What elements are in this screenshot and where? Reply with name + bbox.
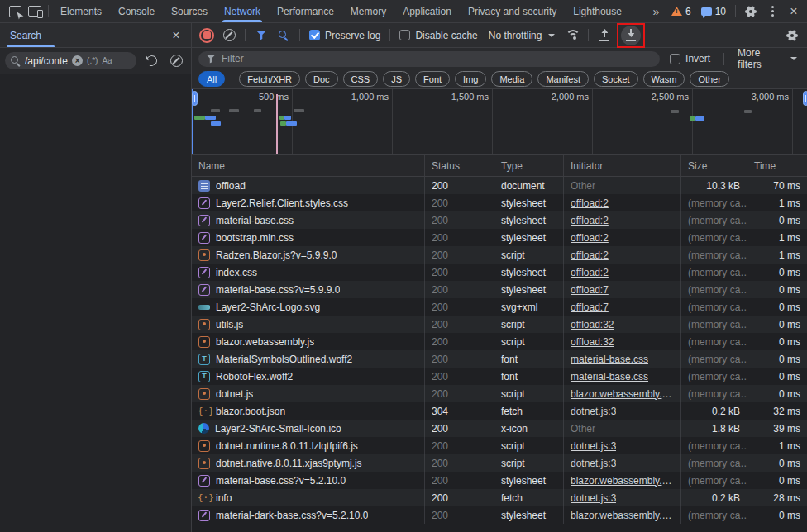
filter-chip-img[interactable]: Img: [455, 71, 486, 87]
filter-toggle-icon[interactable]: [251, 26, 271, 45]
initiator-link[interactable]: blazor.webassembly.js:1: [571, 510, 674, 521]
filter-chip-manifest[interactable]: Manifest: [537, 71, 589, 87]
network-filter-input[interactable]: Filter: [198, 51, 660, 67]
search-input[interactable]: /api/conte × (.*) Aa: [5, 52, 136, 69]
filter-chip-css[interactable]: CSS: [343, 71, 379, 87]
filter-chip-media[interactable]: Media: [491, 71, 532, 87]
initiator-link[interactable]: offload:2: [571, 232, 609, 244]
filter-chip-fetch-xhr[interactable]: Fetch/XHR: [239, 71, 300, 87]
initiator-link[interactable]: offload:7: [571, 284, 609, 296]
initiator-link[interactable]: blazor.webassembly.js:1: [571, 475, 674, 487]
filter-chip-js[interactable]: JS: [383, 71, 410, 87]
console-messages-badge[interactable]: 10: [697, 6, 730, 17]
tab-memory[interactable]: Memory: [342, 0, 394, 22]
initiator-link[interactable]: offload:2: [571, 197, 609, 209]
tab-application[interactable]: Application: [394, 0, 460, 22]
column-header-name[interactable]: Name: [192, 155, 425, 176]
initiator-link[interactable]: offload:32: [571, 319, 614, 330]
overview-right-handle[interactable]: [803, 91, 807, 106]
initiator-link[interactable]: material-base.css: [571, 371, 648, 382]
initiator-link[interactable]: offload:2: [571, 215, 609, 226]
tab-privacy-and-security[interactable]: Privacy and security: [460, 0, 565, 22]
overview-left-handle[interactable]: [192, 91, 198, 106]
column-header-status[interactable]: Status: [425, 155, 494, 176]
table-row[interactable]: Layer2.Relief.Client.styles.css200styles…: [192, 194, 807, 211]
table-row[interactable]: material-base.css?v=5.9.9.0200stylesheet…: [192, 281, 807, 298]
table-row[interactable]: Layer2-ShArc-Small-Icon.ico200x-iconOthe…: [192, 420, 807, 437]
disable-cache-checkbox[interactable]: Disable cache: [396, 30, 480, 41]
timeline-gridline: [792, 89, 793, 154]
record-network-log-button[interactable]: [197, 26, 217, 45]
table-row[interactable]: material-dark-base.css?v=5.2.10.0200styl…: [192, 506, 807, 524]
table-row[interactable]: Layer2-ShArc-Logo.svg200svg+xmloffload:7…: [192, 298, 807, 316]
filter-chip-wasm[interactable]: Wasm: [643, 71, 685, 87]
clear-network-log-icon[interactable]: [219, 26, 239, 45]
initiator-link[interactable]: dotnet.js:3: [571, 492, 616, 504]
table-row[interactable]: dotnet.runtime.8.0.11.lzlqtfpif6.js200sc…: [192, 437, 807, 454]
network-overview-waterfall[interactable]: 500 ms1,000 ms1,500 ms2,000 ms2,500 ms3,…: [192, 89, 807, 155]
export-har-icon[interactable]: [621, 26, 641, 45]
network-conditions-icon[interactable]: [562, 26, 582, 45]
search-query: /api/conte: [25, 55, 68, 67]
device-toolbar-icon[interactable]: [25, 2, 45, 21]
initiator-link[interactable]: dotnet.js:3: [571, 406, 616, 417]
column-header-type[interactable]: Type: [494, 155, 564, 176]
initiator-link[interactable]: offload:2: [571, 267, 609, 278]
tab-lighthouse[interactable]: Lighthouse: [565, 0, 630, 22]
import-har-icon[interactable]: [595, 26, 614, 45]
table-row[interactable]: RobotoFlex.woff2200fontmaterial-base.css…: [192, 368, 807, 385]
tab-elements[interactable]: Elements: [52, 0, 110, 22]
filter-chip-other[interactable]: Other: [690, 71, 729, 87]
table-row[interactable]: Radzen.Blazor.js?v=5.9.9.0200scriptofflo…: [192, 246, 807, 264]
column-header-time[interactable]: Time: [747, 155, 807, 176]
initiator-link[interactable]: blazor.webassembly.js:1: [571, 388, 674, 400]
settings-gear-icon[interactable]: [741, 2, 761, 21]
table-row[interactable]: blazor.webassembly.js200scriptoffload:32…: [192, 333, 807, 350]
table-row[interactable]: bootstrap.min.css200stylesheetoffload:2(…: [192, 229, 807, 246]
table-row[interactable]: blazor.boot.json304fetchdotnet.js:30.2 k…: [192, 402, 807, 420]
refresh-search-icon[interactable]: [141, 52, 161, 70]
inspect-element-icon[interactable]: [5, 2, 25, 21]
clear-search-icon[interactable]: ×: [72, 55, 83, 66]
filter-chip-socket[interactable]: Socket: [594, 71, 638, 87]
initiator-link[interactable]: dotnet.js:3: [571, 458, 616, 469]
initiator-link[interactable]: material-base.css: [571, 354, 648, 365]
column-header-initiator[interactable]: Initiator: [564, 155, 681, 176]
table-row[interactable]: dotnet.js200scriptblazor.webassembly.js:…: [192, 385, 807, 402]
initiator-link[interactable]: offload:32: [571, 336, 614, 348]
table-row[interactable]: material-base.css?v=5.2.10.0200styleshee…: [192, 472, 807, 489]
initiator-link[interactable]: dotnet.js:3: [571, 440, 616, 452]
preserve-log-checkbox[interactable]: Preserve log: [306, 30, 384, 41]
more-filters-dropdown[interactable]: More filters: [734, 47, 800, 70]
more-tabs-icon[interactable]: »: [646, 2, 666, 21]
filter-chip-all[interactable]: All: [198, 71, 225, 87]
table-row[interactable]: index.css200stylesheetoffload:2(memory c…: [192, 264, 807, 281]
filter-chip-font[interactable]: Font: [415, 71, 450, 87]
throttling-dropdown[interactable]: No throttling: [484, 30, 561, 41]
table-row[interactable]: info200fetchdotnet.js:30.2 kB28 ms: [192, 489, 807, 506]
tab-performance[interactable]: Performance: [269, 0, 342, 22]
initiator-link[interactable]: offload:7: [571, 302, 609, 313]
disable-cache-label: Disable cache: [415, 30, 477, 41]
table-row[interactable]: offload200documentOther10.3 kB70 ms: [192, 177, 807, 194]
table-row[interactable]: dotnet.native.8.0.11.xjas9ptymj.js200scr…: [192, 454, 807, 472]
table-row[interactable]: material-base.css200stylesheetoffload:2(…: [192, 211, 807, 229]
search-network-icon[interactable]: [274, 26, 294, 45]
initiator-link[interactable]: offload:2: [571, 249, 609, 261]
column-header-size[interactable]: Size: [681, 155, 747, 176]
tab-network[interactable]: Network: [216, 0, 269, 22]
close-search-panel-icon[interactable]: ×: [166, 26, 186, 45]
regex-toggle[interactable]: (.*): [87, 56, 98, 65]
match-case-toggle[interactable]: Aa: [102, 56, 112, 65]
warnings-badge[interactable]: 6: [667, 6, 695, 17]
table-row[interactable]: MaterialSymbolsOutlined.woff2200fontmate…: [192, 350, 807, 368]
close-devtools-icon[interactable]: ×: [784, 2, 804, 21]
kebab-menu-icon[interactable]: [762, 2, 782, 21]
tab-sources[interactable]: Sources: [163, 0, 216, 22]
invert-filter-checkbox[interactable]: Invert: [666, 53, 714, 64]
table-row[interactable]: utils.js200scriptoffload:32(memory ca…0 …: [192, 316, 807, 333]
network-settings-gear-icon[interactable]: [782, 26, 802, 45]
filter-chip-doc[interactable]: Doc: [305, 71, 338, 87]
clear-search-results-icon[interactable]: [166, 52, 186, 70]
tab-console[interactable]: Console: [110, 0, 163, 22]
